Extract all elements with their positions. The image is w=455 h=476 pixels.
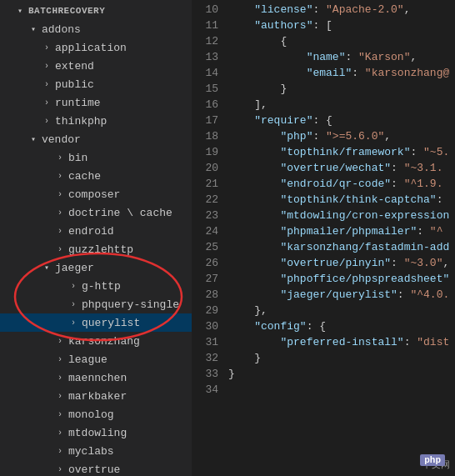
- chevron-icon: [40, 263, 53, 273]
- sidebar-item-label: jaeger: [53, 262, 188, 274]
- chevron-icon: [40, 80, 53, 89]
- sidebar-item-guzzlehttp[interactable]: guzzlehttp: [0, 240, 192, 258]
- chevron-icon: [53, 190, 67, 199]
- code-line: "phpmailer/phpmailer": "^: [228, 223, 455, 239]
- sidebar-item-label: guzzlehttp: [67, 243, 188, 256]
- chevron-icon: [53, 410, 67, 419]
- sidebar-item-cache[interactable]: cache: [0, 167, 192, 185]
- chevron-icon: [67, 300, 80, 309]
- sidebar-item-composer[interactable]: composer: [0, 185, 192, 203]
- sidebar-item-endroid[interactable]: endroid: [0, 222, 192, 240]
- php-badge: php: [420, 454, 445, 466]
- code-line: "phpoffice/phpspreadsheet": [228, 271, 455, 287]
- chevron-icon: [53, 392, 67, 401]
- code-line: }: [228, 366, 455, 382]
- chevron-icon: [53, 153, 67, 163]
- code-line: "license": "Apache-2.0",: [228, 2, 455, 18]
- sidebar-item-label: addons: [40, 23, 188, 36]
- sidebar-item-extend[interactable]: extend: [0, 57, 192, 75]
- code-line: "overtrue/wechat": "~3.1.: [228, 160, 455, 176]
- code-line: },: [228, 303, 455, 318]
- chevron-icon: [53, 337, 67, 346]
- sidebar-item-myclabs[interactable]: myclabs: [0, 442, 192, 460]
- sidebar-item-phpquery-single[interactable]: phpquery-single: [0, 295, 192, 313]
- sidebar-item-league[interactable]: league: [0, 350, 192, 368]
- code-line: ],: [228, 97, 455, 113]
- code-line: "config": {: [228, 318, 455, 334]
- sidebar-item-label: doctrine \ cache: [67, 207, 188, 219]
- chevron-icon: [27, 134, 40, 144]
- sidebar-item-label: bin: [67, 152, 188, 164]
- code-line: {: [228, 33, 455, 49]
- code-line: "endroid/qr-code": "^1.9.: [228, 176, 455, 192]
- sidebar-item-label: composer: [67, 188, 188, 201]
- sidebar-item-batchrecovery[interactable]: BATCHRECOVERY: [0, 2, 192, 20]
- sidebar-item-label: overtrue: [67, 463, 188, 476]
- sidebar-item-label: BATCHRECOVERY: [27, 6, 188, 16]
- chevron-icon: [53, 227, 67, 236]
- chevron-icon: [53, 355, 67, 364]
- tree-view: BATCHRECOVERY addons application: [0, 0, 192, 476]
- sidebar-item-label: g-http: [80, 280, 188, 293]
- sidebar-item-label: mtdowling: [67, 427, 188, 439]
- sidebar-item-overtrue[interactable]: overtrue: [0, 460, 192, 476]
- code-line: "karsonzhang/fastadmin-add: [228, 239, 455, 255]
- sidebar-item-label: endroid: [67, 225, 188, 238]
- code-line: "preferred-install": "dist: [228, 334, 455, 350]
- code-line: "authors": [: [228, 18, 455, 33]
- sidebar-item-markbaker[interactable]: markbaker: [0, 387, 192, 405]
- sidebar-item-g-http[interactable]: g-http: [0, 277, 192, 295]
- code-content[interactable]: "license": "Apache-2.0", "authors": [ { …: [225, 0, 455, 476]
- sidebar-item-label: runtime: [53, 97, 188, 109]
- sidebar-item-label: phpquery-single: [80, 298, 188, 311]
- sidebar-item-vendor[interactable]: vendor: [0, 130, 192, 148]
- code-line: }: [228, 350, 455, 366]
- code-line: }: [228, 81, 455, 97]
- chevron-icon: [40, 98, 53, 108]
- sidebar-item-runtime[interactable]: runtime: [0, 93, 192, 112]
- sidebar-item-label: myclabs: [67, 445, 188, 458]
- chevron-icon: [53, 428, 67, 438]
- chevron-icon: [67, 282, 80, 291]
- chevron-icon: [53, 465, 67, 474]
- sidebar-item-label: vendor: [40, 133, 188, 146]
- sidebar-item-label: extend: [53, 60, 188, 73]
- sidebar-item-monolog[interactable]: monolog: [0, 405, 192, 423]
- code-editor: 10 11 12 13 14 15 16 17 18 19 20 21 22 2…: [192, 0, 455, 476]
- line-numbers: 10 11 12 13 14 15 16 17 18 19 20 21 22 2…: [192, 0, 225, 476]
- sidebar-item-querylist[interactable]: querylist: [0, 313, 192, 332]
- sidebar-item-addons[interactable]: addons: [0, 20, 192, 38]
- sidebar-item-application[interactable]: application: [0, 38, 192, 57]
- chevron-icon: [53, 373, 67, 383]
- chevron-icon: [40, 43, 53, 53]
- sidebar-item-bin[interactable]: bin: [0, 148, 192, 167]
- sidebar-item-label: thinkphp: [53, 115, 188, 128]
- sidebar-item-label: league: [67, 353, 188, 366]
- file-explorer: BATCHRECOVERY addons application: [0, 0, 192, 476]
- code-line: "php": ">=5.6.0",: [228, 128, 455, 144]
- sidebar-item-public[interactable]: public: [0, 75, 192, 93]
- sidebar-item-label: karsonzhang: [67, 335, 188, 348]
- sidebar-item-label: markbaker: [67, 390, 188, 403]
- sidebar-item-label: maennchen: [67, 372, 188, 384]
- chevron-icon: [13, 6, 27, 16]
- sidebar-item-maennchen[interactable]: maennchen: [0, 368, 192, 387]
- sidebar-item-karsonzhang[interactable]: karsonzhang: [0, 332, 192, 350]
- sidebar-item-jaeger[interactable]: jaeger: [0, 258, 192, 277]
- php-badge-area: php 中文网: [422, 458, 450, 471]
- sidebar-item-label: querylist: [80, 317, 188, 329]
- sidebar-item-doctrine-cache[interactable]: doctrine \ cache: [0, 203, 192, 222]
- sidebar-item-thinkphp[interactable]: thinkphp: [0, 112, 192, 130]
- code-line: [228, 382, 455, 398]
- chevron-icon: [53, 447, 67, 456]
- chevron-icon: [40, 62, 53, 71]
- code-line: "name": "Karson",: [228, 49, 455, 65]
- chevron-icon: [53, 172, 67, 181]
- code-line: "topthink/framework": "~5.: [228, 144, 455, 160]
- sidebar-item-label: monolog: [67, 408, 188, 421]
- code-line: "require": {: [228, 113, 455, 128]
- chevron-icon: [53, 245, 67, 254]
- sidebar-item-mtdowling[interactable]: mtdowling: [0, 423, 192, 442]
- chevron-icon: [67, 318, 80, 328]
- sidebar-item-label: application: [53, 42, 188, 54]
